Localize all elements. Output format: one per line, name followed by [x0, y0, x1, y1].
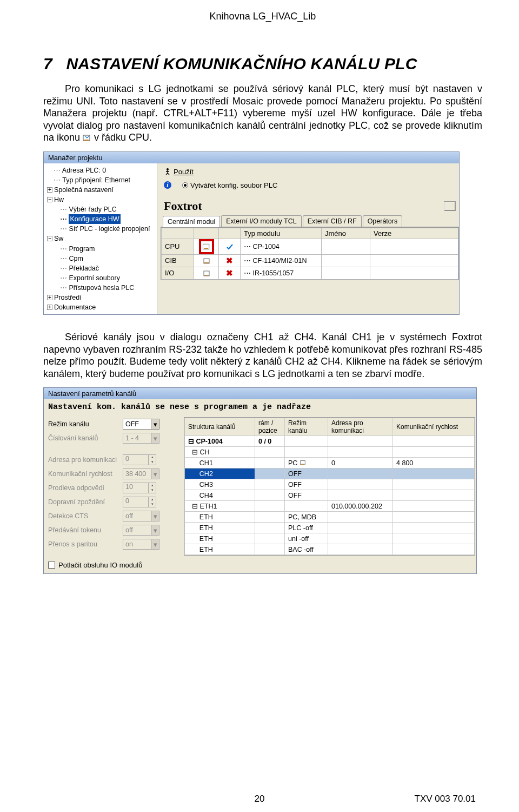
channel-table: Struktura kanálů rám / pozice Režim kaná…: [184, 417, 475, 556]
channel-row[interactable]: ⊟ CP-10040 / 0: [185, 436, 475, 447]
channel-row[interactable]: CH4OFF: [185, 490, 475, 501]
chtbl-h-struct: Struktura kanálů: [185, 418, 255, 436]
field-delay: Prodleva odpovědi 10▴▾: [46, 481, 184, 495]
tree-hw-config[interactable]: ⋯ Konfigurace HW: [46, 214, 155, 224]
svg-rect-8: [204, 275, 209, 276]
info-icon: i: [164, 181, 171, 189]
chtbl-h-mode: Režim kanálu: [285, 418, 328, 436]
modtable-header-blank: [162, 228, 194, 239]
use-button[interactable]: Použít: [164, 168, 194, 176]
modtable-row-cib[interactable]: CIB ✖ ⋯ CF-1140/MI2-01N: [162, 254, 458, 267]
tree-sw[interactable]: −Sw: [46, 234, 155, 243]
chevron-down-icon: ▾: [151, 419, 159, 429]
modtable-header-version: Verze: [370, 228, 458, 239]
field-cts: Detekce CTS off▾: [46, 509, 184, 523]
tab-ext-io[interactable]: Externí I/O moduly TCL: [221, 215, 301, 227]
chtbl-h-pos: rám / pozice: [255, 418, 285, 436]
tree-env[interactable]: +Prostředí: [46, 293, 155, 302]
section-number: 7: [43, 55, 52, 72]
paragraph-1-tail: v řádku CPU.: [91, 132, 152, 143]
channel-row[interactable]: ETHPLC -off: [185, 523, 475, 533]
tree-sw-compiler[interactable]: Překladač: [46, 263, 155, 273]
channel-row[interactable]: CH3OFF: [185, 479, 475, 490]
channel-row[interactable]: ETHBAC -off: [185, 544, 475, 555]
tree-sw-cpm[interactable]: Cpm: [46, 254, 155, 263]
modtable-row-cpu[interactable]: CPU ⋯ CP-1004: [162, 239, 458, 254]
tree-doc[interactable]: +Dokumentace: [46, 302, 155, 312]
section-title-text: NASTAVENÍ KOMUNIKAČNÍHO KANÁLU PLC: [66, 55, 417, 72]
tree-plc-addr[interactable]: Adresa PLC: 0: [46, 166, 155, 175]
doc-id: TXV 003 70.01: [415, 794, 476, 804]
svg-rect-6: [204, 262, 209, 263]
module-tabs: Centrální modul Externí I/O moduly TCL E…: [161, 215, 459, 227]
channel-row[interactable]: ⊟ ETH1010.000.000.202: [185, 501, 475, 512]
delay-spinner: 10▴▾: [123, 483, 156, 493]
svg-rect-10: [301, 464, 304, 464]
field-parity: Přenos s paritou on▾: [46, 537, 184, 551]
use-label: Použít: [174, 168, 194, 176]
transport-spinner: 0▴▾: [123, 497, 156, 507]
token-combo: off▾: [123, 525, 159, 536]
module-table: Typ modulu Jméno Verze CPU ⋯ CP-1004: [161, 227, 459, 280]
field-token: Předávání tokenu off▾: [46, 523, 184, 537]
addr-spinner: 0▴▾: [123, 454, 156, 465]
page-footer: 20 TXV 003 70.01: [0, 794, 519, 804]
channel-row[interactable]: ETHPC, MDB: [185, 512, 475, 523]
field-transport: Dopravní zpoždění 0▴▾: [46, 495, 184, 509]
foxtrot-title: Foxtrot: [164, 199, 202, 213]
x-icon: ✖: [226, 256, 233, 265]
pm-tree[interactable]: Adresa PLC: 0 Typ připojení: Ethernet +S…: [44, 163, 157, 315]
ch-left-form: Režim kanálu OFF▾ Číslování kanálů 1 - 4…: [46, 417, 184, 556]
channel-row[interactable]: CH2OFF: [185, 468, 475, 479]
channel-row[interactable]: ETHuni -off: [185, 533, 475, 544]
page-header: Knihovna LG_HVAC_Lib: [43, 11, 482, 22]
tree-sw-export[interactable]: Exportní soubory: [46, 273, 155, 283]
paragraph-1: Pro komunikaci s LG jednotkami se použív…: [43, 83, 482, 144]
page-number: 20: [255, 794, 265, 804]
modtable-header-name: Jméno: [322, 228, 370, 239]
tree-sw-passwords[interactable]: Přístupová hesla PLC: [46, 283, 155, 293]
x-icon: ✖: [226, 268, 233, 278]
check-icon: [226, 243, 234, 250]
tree-sw-program[interactable]: Program: [46, 244, 155, 254]
channel-row[interactable]: ⊟ CH: [185, 447, 475, 458]
tree-hw-net[interactable]: Síť PLC - logické propojení: [46, 224, 155, 234]
config-icon: [83, 134, 91, 142]
field-mode: Režim kanálu OFF▾: [46, 417, 184, 431]
person-icon: [164, 168, 171, 175]
cts-combo: off▾: [123, 511, 159, 521]
create-config-radio[interactable]: Vytvářet konfig. soubor PLC: [179, 181, 277, 189]
suppress-io-checkbox[interactable]: Potlačit obsluhu IO modulů: [44, 556, 476, 573]
modtable-row-io[interactable]: I/O ✖ ⋯ IR-1055/1057: [162, 267, 458, 279]
svg-rect-1: [84, 140, 89, 141]
speed-combo: 38 400▾: [123, 468, 159, 479]
figure-project-manager: Manažer projektu Adresa PLC: 0 Typ připo…: [43, 151, 482, 315]
svg-point-2: [167, 168, 169, 170]
channel-row[interactable]: CH1PC 04 800: [185, 458, 475, 468]
parity-combo: on▾: [123, 539, 159, 550]
figure-channel-params: Nastavení parametrů kanálů Nastavení kom…: [43, 387, 482, 574]
foxtrot-toolbar-button[interactable]: [444, 201, 456, 211]
paragraph-2: Sériové kanály jsou v dialogu označeny C…: [43, 331, 482, 380]
ch-banner-text: Nastavení kom. kanálů se nese s programe…: [44, 399, 476, 415]
section-heading: 7 NASTAVENÍ KOMUNIKAČNÍHO KANÁLU PLC: [43, 55, 482, 73]
tab-ext-cib[interactable]: Externí CIB / RF: [303, 215, 362, 227]
modtable-header-type: Typ modulu: [241, 228, 322, 239]
checkbox-icon: [48, 562, 55, 569]
config-icon: [203, 257, 210, 265]
tab-operators[interactable]: Operátors: [363, 215, 403, 227]
field-numbering: Číslování kanálů 1 - 4▾: [46, 431, 184, 445]
tree-hw[interactable]: −Hw: [46, 195, 155, 204]
highlight-square-icon: [199, 239, 214, 254]
numbering-combo: 1 - 4▾: [123, 433, 159, 444]
tree-conn-type[interactable]: Typ připojení: Ethernet: [46, 175, 155, 185]
tab-central-module[interactable]: Centrální modul: [163, 216, 220, 227]
tree-common[interactable]: +Společná nastavení: [46, 185, 155, 195]
chtbl-h-speed: Komunikační rychlost: [393, 418, 475, 436]
field-speed: Komunikační rychlost 38 400▾: [46, 467, 184, 481]
svg-rect-4: [204, 248, 208, 249]
tree-hw-select[interactable]: Výběr řady PLC: [46, 204, 155, 214]
ch-window-title: Nastavení parametrů kanálů: [44, 388, 476, 399]
mode-combo[interactable]: OFF▾: [123, 419, 159, 430]
chtbl-h-addr: Adresa pro komunikaci: [328, 418, 393, 436]
